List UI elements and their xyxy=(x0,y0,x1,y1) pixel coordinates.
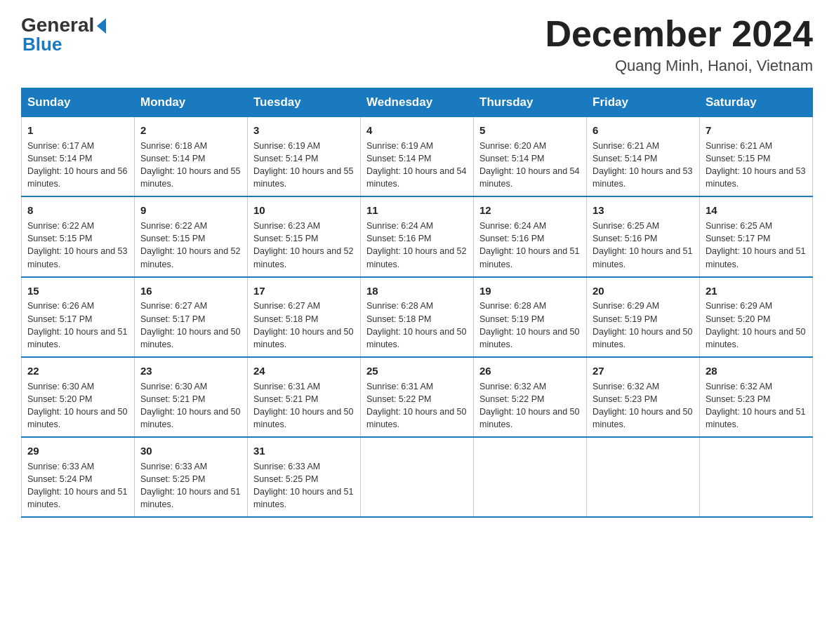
calendar-cell: 27Sunrise: 6:32 AMSunset: 5:23 PMDayligh… xyxy=(587,357,700,437)
day-number: 2 xyxy=(140,123,241,138)
calendar-cell: 31Sunrise: 6:33 AMSunset: 5:25 PMDayligh… xyxy=(248,437,361,517)
calendar-cell: 16Sunrise: 6:27 AMSunset: 5:17 PMDayligh… xyxy=(135,277,248,357)
calendar-cell: 22Sunrise: 6:30 AMSunset: 5:20 PMDayligh… xyxy=(22,357,135,437)
day-number: 15 xyxy=(27,283,128,299)
page-header: General Blue December 2024 Quang Minh, H… xyxy=(21,14,813,75)
day-number: 28 xyxy=(706,363,807,379)
calendar-cell: 5Sunrise: 6:20 AMSunset: 5:14 PMDaylight… xyxy=(474,117,587,197)
day-info: Sunrise: 6:18 AMSunset: 5:14 PMDaylight:… xyxy=(140,140,241,191)
day-number: 27 xyxy=(593,363,694,379)
calendar-cell: 9Sunrise: 6:22 AMSunset: 5:15 PMDaylight… xyxy=(135,196,248,276)
calendar-body: 1Sunrise: 6:17 AMSunset: 5:14 PMDaylight… xyxy=(22,117,813,518)
day-number: 10 xyxy=(253,203,355,218)
day-info: Sunrise: 6:22 AMSunset: 5:15 PMDaylight:… xyxy=(140,220,241,271)
day-info: Sunrise: 6:17 AMSunset: 5:14 PMDaylight:… xyxy=(27,140,128,191)
day-info: Sunrise: 6:29 AMSunset: 5:19 PMDaylight:… xyxy=(593,300,694,351)
calendar-header: SundayMondayTuesdayWednesdayThursdayFrid… xyxy=(22,88,813,117)
calendar-cell: 20Sunrise: 6:29 AMSunset: 5:19 PMDayligh… xyxy=(587,277,700,357)
day-info: Sunrise: 6:30 AMSunset: 5:20 PMDaylight:… xyxy=(27,380,128,431)
day-info: Sunrise: 6:29 AMSunset: 5:20 PMDaylight:… xyxy=(706,300,807,351)
day-info: Sunrise: 6:27 AMSunset: 5:18 PMDaylight:… xyxy=(253,300,355,351)
day-info: Sunrise: 6:33 AMSunset: 5:24 PMDaylight:… xyxy=(27,460,128,511)
logo: General Blue xyxy=(21,14,106,55)
calendar-cell: 8Sunrise: 6:22 AMSunset: 5:15 PMDaylight… xyxy=(22,196,135,276)
day-info: Sunrise: 6:32 AMSunset: 5:22 PMDaylight:… xyxy=(479,380,581,431)
calendar-cell: 14Sunrise: 6:25 AMSunset: 5:17 PMDayligh… xyxy=(700,196,813,276)
day-number: 12 xyxy=(479,203,581,218)
day-info: Sunrise: 6:32 AMSunset: 5:23 PMDaylight:… xyxy=(593,380,694,431)
day-info: Sunrise: 6:22 AMSunset: 5:15 PMDaylight:… xyxy=(27,220,128,271)
calendar-cell xyxy=(474,437,587,517)
day-number: 24 xyxy=(253,363,355,379)
header-sunday: Sunday xyxy=(22,88,135,117)
day-number: 20 xyxy=(593,283,694,299)
day-number: 7 xyxy=(706,123,807,138)
header-tuesday: Tuesday xyxy=(248,88,361,117)
header-thursday: Thursday xyxy=(474,88,587,117)
calendar-cell: 15Sunrise: 6:26 AMSunset: 5:17 PMDayligh… xyxy=(22,277,135,357)
calendar-cell: 3Sunrise: 6:19 AMSunset: 5:14 PMDaylight… xyxy=(248,117,361,197)
day-number: 1 xyxy=(27,123,128,138)
day-info: Sunrise: 6:26 AMSunset: 5:17 PMDaylight:… xyxy=(27,300,128,351)
calendar-cell xyxy=(700,437,813,517)
day-info: Sunrise: 6:31 AMSunset: 5:22 PMDaylight:… xyxy=(366,380,468,431)
calendar-cell: 18Sunrise: 6:28 AMSunset: 5:18 PMDayligh… xyxy=(361,277,474,357)
day-number: 26 xyxy=(479,363,581,379)
day-number: 21 xyxy=(706,283,807,299)
day-info: Sunrise: 6:27 AMSunset: 5:17 PMDaylight:… xyxy=(140,300,241,351)
day-number: 25 xyxy=(366,363,468,379)
calendar-cell: 7Sunrise: 6:21 AMSunset: 5:15 PMDaylight… xyxy=(700,117,813,197)
week-row-4: 22Sunrise: 6:30 AMSunset: 5:20 PMDayligh… xyxy=(22,357,813,437)
day-number: 17 xyxy=(253,283,355,299)
calendar-cell: 17Sunrise: 6:27 AMSunset: 5:18 PMDayligh… xyxy=(248,277,361,357)
day-info: Sunrise: 6:19 AMSunset: 5:14 PMDaylight:… xyxy=(366,140,468,191)
day-number: 23 xyxy=(140,363,241,379)
calendar-cell xyxy=(361,437,474,517)
day-info: Sunrise: 6:24 AMSunset: 5:16 PMDaylight:… xyxy=(366,220,468,271)
week-row-3: 15Sunrise: 6:26 AMSunset: 5:17 PMDayligh… xyxy=(22,277,813,357)
calendar-cell: 26Sunrise: 6:32 AMSunset: 5:22 PMDayligh… xyxy=(474,357,587,437)
day-info: Sunrise: 6:21 AMSunset: 5:14 PMDaylight:… xyxy=(593,140,694,191)
week-row-5: 29Sunrise: 6:33 AMSunset: 5:24 PMDayligh… xyxy=(22,437,813,517)
day-number: 14 xyxy=(706,203,807,218)
day-number: 4 xyxy=(366,123,468,138)
calendar-subtitle: Quang Minh, Hanoi, Vietnam xyxy=(545,57,813,75)
calendar-cell: 24Sunrise: 6:31 AMSunset: 5:21 PMDayligh… xyxy=(248,357,361,437)
day-number: 22 xyxy=(27,363,128,379)
header-monday: Monday xyxy=(135,88,248,117)
calendar-cell: 25Sunrise: 6:31 AMSunset: 5:22 PMDayligh… xyxy=(361,357,474,437)
day-number: 3 xyxy=(253,123,355,138)
logo-triangle-icon xyxy=(97,18,106,34)
header-row: SundayMondayTuesdayWednesdayThursdayFrid… xyxy=(22,88,813,117)
day-number: 29 xyxy=(27,443,128,459)
day-number: 13 xyxy=(593,203,694,218)
day-info: Sunrise: 6:20 AMSunset: 5:14 PMDaylight:… xyxy=(479,140,581,191)
day-number: 16 xyxy=(140,283,241,299)
day-info: Sunrise: 6:32 AMSunset: 5:23 PMDaylight:… xyxy=(706,380,807,431)
calendar-cell: 30Sunrise: 6:33 AMSunset: 5:25 PMDayligh… xyxy=(135,437,248,517)
day-number: 8 xyxy=(27,203,128,218)
day-number: 11 xyxy=(366,203,468,218)
day-number: 18 xyxy=(366,283,468,299)
title-section: December 2024 Quang Minh, Hanoi, Vietnam xyxy=(545,14,813,75)
calendar-cell: 19Sunrise: 6:28 AMSunset: 5:19 PMDayligh… xyxy=(474,277,587,357)
day-number: 9 xyxy=(140,203,241,218)
day-number: 30 xyxy=(140,443,241,459)
day-info: Sunrise: 6:19 AMSunset: 5:14 PMDaylight:… xyxy=(253,140,355,191)
day-info: Sunrise: 6:30 AMSunset: 5:21 PMDaylight:… xyxy=(140,380,241,431)
logo-blue-text: Blue xyxy=(21,34,62,55)
day-info: Sunrise: 6:28 AMSunset: 5:19 PMDaylight:… xyxy=(479,300,581,351)
day-info: Sunrise: 6:25 AMSunset: 5:16 PMDaylight:… xyxy=(593,220,694,271)
header-friday: Friday xyxy=(587,88,700,117)
calendar-cell: 28Sunrise: 6:32 AMSunset: 5:23 PMDayligh… xyxy=(700,357,813,437)
header-saturday: Saturday xyxy=(700,88,813,117)
calendar-cell: 23Sunrise: 6:30 AMSunset: 5:21 PMDayligh… xyxy=(135,357,248,437)
header-wednesday: Wednesday xyxy=(361,88,474,117)
day-info: Sunrise: 6:21 AMSunset: 5:15 PMDaylight:… xyxy=(706,140,807,191)
calendar-cell: 29Sunrise: 6:33 AMSunset: 5:24 PMDayligh… xyxy=(22,437,135,517)
calendar-cell: 12Sunrise: 6:24 AMSunset: 5:16 PMDayligh… xyxy=(474,196,587,276)
day-number: 6 xyxy=(593,123,694,138)
day-info: Sunrise: 6:31 AMSunset: 5:21 PMDaylight:… xyxy=(253,380,355,431)
calendar-cell: 13Sunrise: 6:25 AMSunset: 5:16 PMDayligh… xyxy=(587,196,700,276)
calendar-cell: 11Sunrise: 6:24 AMSunset: 5:16 PMDayligh… xyxy=(361,196,474,276)
